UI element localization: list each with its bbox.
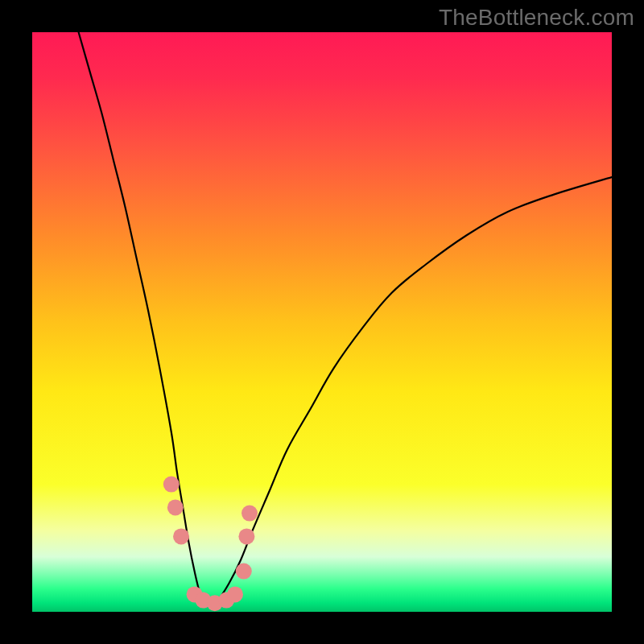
data-marker xyxy=(242,506,258,522)
data-marker xyxy=(173,528,189,544)
data-marker xyxy=(236,564,252,580)
data-marker xyxy=(167,499,184,515)
data-marker xyxy=(238,528,254,544)
gradient-background xyxy=(32,32,612,612)
chart-frame: TheBottleneck.com xyxy=(0,0,644,644)
data-marker xyxy=(227,586,243,602)
attribution-label: TheBottleneck.com xyxy=(439,5,634,31)
data-marker xyxy=(163,477,180,493)
chart-svg xyxy=(32,32,612,612)
plot-area xyxy=(32,32,612,612)
